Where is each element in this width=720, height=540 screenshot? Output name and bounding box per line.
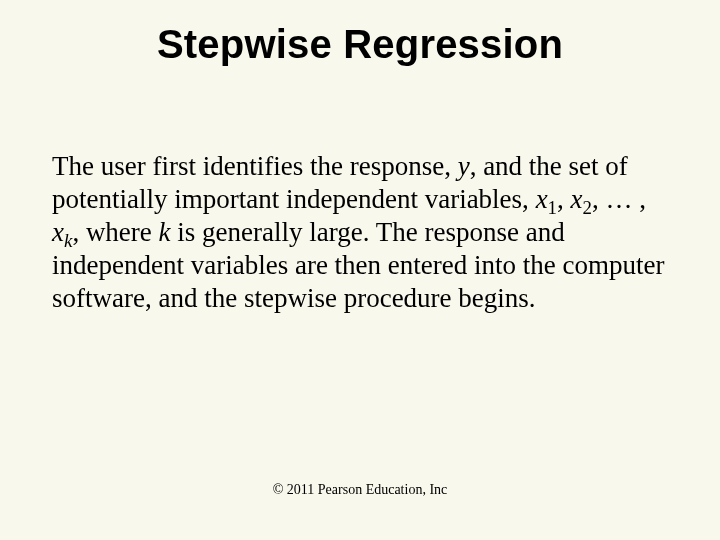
var-y: y	[458, 151, 470, 181]
var-x1: x	[536, 184, 548, 214]
sub-2: 2	[583, 197, 592, 218]
ellipsis: , … ,	[592, 184, 646, 214]
sub-1: 1	[548, 197, 557, 218]
body-text: , where	[72, 217, 158, 247]
copyright-footer: © 2011 Pearson Education, Inc	[0, 482, 720, 498]
slide-title: Stepwise Regression	[0, 0, 720, 67]
slide-body: The user first identifies the response, …	[52, 150, 668, 315]
var-k: k	[159, 217, 171, 247]
slide: Stepwise Regression The user first ident…	[0, 0, 720, 540]
comma: ,	[557, 184, 571, 214]
body-text: The user first identifies the response,	[52, 151, 458, 181]
var-xk: x	[52, 217, 64, 247]
var-x2: x	[571, 184, 583, 214]
